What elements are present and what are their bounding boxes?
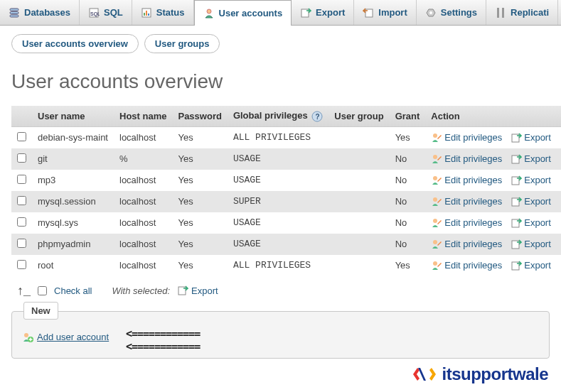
table-row: git % Yes USAGE No Edit privileges Expor… [11,148,561,170]
edit-privileges-link[interactable]: Edit privileges [431,132,502,143]
cell-global-privileges: SUPER [228,191,328,212]
tab-sql[interactable]: SQL [80,0,132,25]
accounts-table: User name Host name Password Global priv… [11,106,561,276]
cell-username: phpmyadmin [32,234,114,255]
sub-tabs: User accounts overview User groups [0,26,561,56]
row-export-link[interactable]: Export [511,260,551,271]
cell-hostname: localhost [114,234,172,255]
edit-privileges-link[interactable]: Edit privileges [431,196,502,207]
top-tabs: DatabasesSQLStatusUser accountsExportImp… [0,0,561,26]
row-checkbox[interactable] [17,196,26,205]
cell-grant: No [390,170,426,191]
tab-import[interactable]: Import [354,0,416,25]
cell-grant: No [390,234,426,255]
cell-password: Yes [172,148,227,170]
watermark-logo-icon [412,364,437,385]
cell-password: Yes [172,191,227,212]
row-checkbox[interactable] [17,239,26,248]
cell-global-privileges: ALL PRIVILEGES [228,126,328,148]
tab-databases[interactable]: Databases [0,0,80,25]
export-icon [511,217,522,229]
tab-settings[interactable]: Settings [417,0,486,25]
watermark: itsupportwale [412,364,548,385]
cell-user-group [328,212,389,234]
cell-hostname: localhost [114,191,172,212]
cell-password: Yes [172,212,227,234]
edit-privileges-icon [431,217,442,229]
edit-privileges-link[interactable]: Edit privileges [431,260,502,271]
edit-privileges-icon [431,175,442,186]
tab-replication[interactable]: Replicati [486,0,558,25]
cell-username: mysql.session [32,191,114,212]
th-password[interactable]: Password [172,106,227,126]
cell-grant: Yes [390,255,426,276]
import-icon [363,7,374,18]
th-action: Action [425,106,561,126]
export-icon [511,239,522,250]
th-hostname[interactable]: Host name [114,106,172,126]
cell-password: Yes [172,126,227,148]
row-export-link[interactable]: Export [511,132,551,143]
row-export-link[interactable]: Export [511,153,551,165]
check-all-checkbox[interactable] [38,286,47,295]
tab-status[interactable]: Status [132,0,194,25]
th-user-group[interactable]: User group [328,106,389,126]
page-title: User accounts overview [0,56,561,106]
th-username[interactable]: User name [32,106,114,126]
edit-privileges-link[interactable]: Edit privileges [431,217,502,229]
tab-user-accounts[interactable]: User accounts [194,0,292,26]
edit-privileges-link[interactable]: Edit privileges [431,239,502,250]
cell-hostname: localhost [114,255,172,276]
tab-label: Settings [441,7,477,18]
row-export-link[interactable]: Export [511,175,551,186]
status-icon [141,7,152,18]
table-row: mysql.sys localhost Yes USAGE No Edit pr… [11,212,561,234]
row-export-link[interactable]: Export [511,196,551,207]
subtab-groups[interactable]: User groups [144,34,220,53]
cell-global-privileges: USAGE [228,212,328,234]
new-legend: New [23,302,58,320]
cell-grant: No [390,148,426,170]
row-checkbox[interactable] [17,153,26,163]
cell-user-group [328,148,389,170]
new-account-panel: New <============<============ Add user … [11,311,550,359]
row-export-link[interactable]: Export [511,239,551,250]
edit-privileges-link[interactable]: Edit privileges [431,175,502,186]
th-global-privileges[interactable]: Global privileges [228,106,328,126]
settings-icon [425,7,437,18]
edit-privileges-icon [431,239,442,250]
row-checkbox[interactable] [17,217,26,227]
tab-label: Replicati [511,7,549,18]
cell-user-group [328,234,389,255]
edit-privileges-link[interactable]: Edit privileges [431,153,502,165]
table-row: mysql.session localhost Yes SUPER No Edi… [11,191,561,212]
add-user-account-link[interactable]: Add user account [22,332,109,343]
table-footer: ↑_ Check all With selected: Export [0,276,561,298]
export-icon [511,153,522,165]
databases-icon [9,7,20,18]
tab-label: SQL [104,7,123,18]
cell-grant: No [390,191,426,212]
add-user-icon [22,332,33,343]
help-icon[interactable] [311,111,323,122]
cell-username: git [32,148,114,170]
row-checkbox[interactable] [17,175,26,184]
tab-export[interactable]: Export [292,0,354,25]
table-row: debian-sys-maint localhost Yes ALL PRIVI… [11,126,561,148]
edit-privileges-icon [431,132,442,143]
row-checkbox[interactable] [17,132,26,141]
cell-global-privileges: USAGE [228,148,328,170]
check-all-link[interactable]: Check all [54,285,92,296]
cell-password: Yes [172,255,227,276]
footer-export-link[interactable]: Export [177,285,218,296]
row-checkbox[interactable] [17,260,26,269]
th-grant[interactable]: Grant [390,106,426,126]
row-export-link[interactable]: Export [511,217,551,229]
cell-password: Yes [172,170,227,191]
subtab-overview[interactable]: User accounts overview [11,34,139,53]
cell-password: Yes [172,234,227,255]
cell-user-group [328,191,389,212]
edit-privileges-icon [431,260,442,271]
cell-username: root [32,255,114,276]
cell-user-group [328,170,389,191]
